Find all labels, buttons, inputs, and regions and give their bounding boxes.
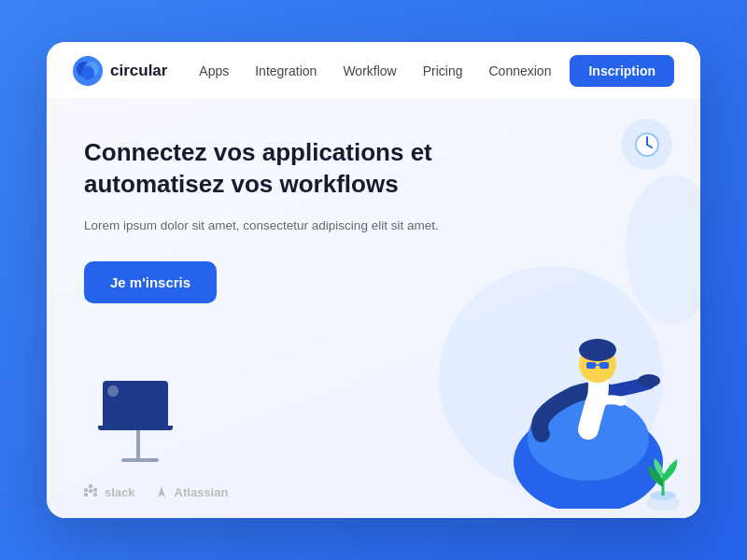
nav-connexion[interactable]: Connexion <box>489 63 552 78</box>
logo-icon <box>73 56 103 86</box>
svg-rect-11 <box>586 362 596 369</box>
hero-content: Connectez vos applications et automatise… <box>84 137 439 303</box>
svg-rect-21 <box>84 493 88 497</box>
nav-apps[interactable]: Apps <box>199 63 229 78</box>
main-card: circular Apps Integration Workflow Prici… <box>47 42 700 518</box>
brand-logos: slack Atlassian <box>84 484 228 499</box>
slack-label: slack <box>105 485 135 499</box>
inscription-button[interactable]: Inscription <box>570 55 674 87</box>
laptop-stand <box>136 430 140 458</box>
nav-links: Apps Integration Workflow Pricing Connex… <box>199 63 551 78</box>
logo[interactable]: circular <box>73 56 167 86</box>
hero-section: Connectez vos applications et automatise… <box>47 100 700 518</box>
slack-logo: slack <box>84 484 135 499</box>
hero-title: Connectez vos applications et automatise… <box>84 137 439 201</box>
svg-rect-23 <box>89 489 92 493</box>
svg-point-15 <box>562 389 581 400</box>
laptop-screen <box>103 381 168 426</box>
svg-rect-22 <box>89 484 92 488</box>
cta-button[interactable]: Je m'inscris <box>84 261 217 303</box>
atlassian-logo: Atlassian <box>154 484 229 499</box>
svg-point-14 <box>638 374 660 387</box>
brand-name: circular <box>110 62 167 80</box>
plant-illustration <box>638 445 689 511</box>
atlassian-label: Atlassian <box>175 485 229 499</box>
svg-point-3 <box>81 66 94 79</box>
svg-rect-12 <box>599 362 609 369</box>
nav-workflow[interactable]: Workflow <box>343 63 396 78</box>
svg-rect-25 <box>93 493 97 497</box>
nav-pricing[interactable]: Pricing <box>423 63 463 78</box>
svg-point-10 <box>579 339 616 361</box>
navbar: circular Apps Integration Workflow Prici… <box>47 42 700 100</box>
nav-integration[interactable]: Integration <box>255 63 317 78</box>
hero-subtitle: Lorem ipsum dolor sit amet, consectetur … <box>84 216 439 236</box>
svg-rect-24 <box>93 488 97 492</box>
clock-icon <box>621 119 672 170</box>
laptop-illustration <box>103 381 173 462</box>
svg-rect-20 <box>84 488 88 492</box>
laptop-foot <box>121 458 159 462</box>
